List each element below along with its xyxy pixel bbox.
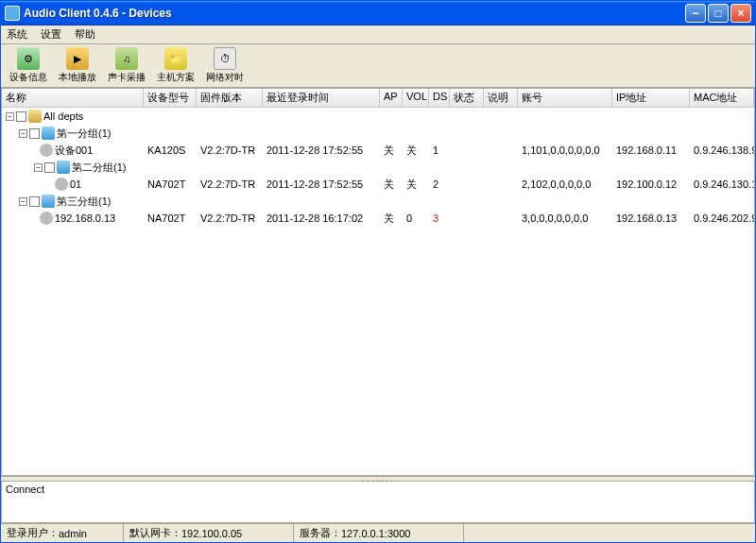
- menu-bar: 系统 设置 帮助: [1, 25, 755, 44]
- toolbar-host-plan[interactable]: 📁 主机方案: [152, 46, 199, 86]
- tree-root-label: All depts: [43, 110, 83, 122]
- checkbox[interactable]: [44, 162, 55, 173]
- table-row[interactable]: 设备001 KA120S V2.2:7D-TR 2011-12-28 17:52…: [2, 142, 754, 159]
- content-area: 名称 设备型号 固件版本 最近登录时间 AP VOL DS 状态 说明 账号 I…: [1, 88, 755, 523]
- status-nic-label: 默认网卡：: [129, 526, 181, 540]
- col-state[interactable]: 状态: [450, 89, 484, 107]
- tree-group-row[interactable]: − 第三分组(1): [2, 193, 754, 210]
- col-desc[interactable]: 说明: [484, 89, 518, 107]
- device-icon: [40, 144, 53, 157]
- local-play-icon: ▶: [66, 47, 89, 70]
- col-ip[interactable]: IP地址: [612, 89, 690, 107]
- toolbar-device-info[interactable]: ⚙ 设备信息: [5, 46, 52, 86]
- col-lastlogin[interactable]: 最近登录时间: [263, 89, 380, 107]
- group-label: 第二分组(1): [72, 161, 126, 175]
- dept-icon: [28, 110, 42, 123]
- window-title: Audio Client 0.4.6 - Devices: [24, 7, 685, 20]
- device-label: 192.168.0.13: [55, 212, 115, 224]
- expander-icon[interactable]: −: [6, 112, 14, 121]
- checkbox[interactable]: [29, 196, 40, 207]
- close-button[interactable]: ×: [730, 4, 751, 23]
- status-server-label: 服务器：: [300, 526, 341, 540]
- tree-group-row[interactable]: − 第一分组(1): [2, 125, 754, 142]
- app-window: Audio Client 0.4.6 - Devices − □ × 系统 设置…: [0, 0, 756, 543]
- menu-system[interactable]: 系统: [7, 27, 27, 42]
- app-icon: [5, 6, 20, 21]
- title-bar: Audio Client 0.4.6 - Devices − □ ×: [1, 1, 755, 25]
- tree-root-row[interactable]: − All depts: [2, 108, 754, 125]
- menu-settings[interactable]: 设置: [41, 27, 61, 42]
- group-icon: [42, 195, 55, 208]
- device-icon: [40, 212, 53, 225]
- device-label: 01: [70, 178, 81, 190]
- group-icon: [42, 127, 55, 140]
- device-label: 设备001: [55, 144, 93, 158]
- col-ds[interactable]: DS: [429, 89, 450, 107]
- expander-icon[interactable]: −: [34, 163, 43, 172]
- table-row[interactable]: 192.168.0.13 NA702T V2.2:7D-TR 2011-12-2…: [2, 210, 754, 227]
- col-mac[interactable]: MAC地址: [690, 89, 754, 107]
- group-label: 第一分组(1): [57, 127, 111, 141]
- network-sync-icon: ⏱: [214, 47, 236, 70]
- col-ap[interactable]: AP: [380, 89, 403, 107]
- maximize-button[interactable]: □: [708, 4, 729, 23]
- col-account[interactable]: 账号: [518, 89, 612, 107]
- col-version[interactable]: 固件版本: [197, 89, 263, 107]
- status-user-label: 登录用户：: [7, 526, 59, 540]
- minimize-button[interactable]: −: [685, 4, 706, 23]
- toolbar-network-sync[interactable]: ⏱ 网络对时: [201, 46, 249, 86]
- status-bar: 登录用户： admin 默认网卡： 192.100.0.05 服务器： 127.…: [1, 523, 755, 542]
- device-info-icon: ⚙: [17, 47, 40, 70]
- checkbox[interactable]: [16, 111, 26, 122]
- status-nic-value: 192.100.0.05: [181, 528, 242, 539]
- tree-group-row[interactable]: − 第二分组(1): [2, 159, 754, 176]
- toolbar: ⚙ 设备信息 ▶ 本地播放 ♫ 声卡采播 📁 主机方案 ⏱ 网络对时: [1, 44, 755, 88]
- status-pad: [464, 524, 755, 542]
- toolbar-soundcard-capture[interactable]: ♫ 声卡采播: [103, 46, 150, 86]
- soundcard-icon: ♫: [115, 47, 138, 70]
- device-grid: 名称 设备型号 固件版本 最近登录时间 AP VOL DS 状态 说明 账号 I…: [1, 88, 755, 476]
- checkbox[interactable]: [29, 128, 40, 139]
- group-label: 第三分组(1): [57, 195, 111, 209]
- col-vol[interactable]: VOL: [403, 89, 429, 107]
- col-model[interactable]: 设备型号: [144, 89, 197, 107]
- expander-icon[interactable]: −: [19, 197, 27, 206]
- toolbar-local-play[interactable]: ▶ 本地播放: [54, 46, 101, 86]
- log-panel[interactable]: Connect: [1, 482, 755, 523]
- menu-help[interactable]: 帮助: [75, 27, 95, 42]
- col-name[interactable]: 名称: [2, 89, 144, 107]
- grid-body[interactable]: − All depts −: [2, 108, 754, 475]
- group-icon: [57, 161, 70, 174]
- grid-header: 名称 设备型号 固件版本 最近登录时间 AP VOL DS 状态 说明 账号 I…: [2, 89, 754, 108]
- device-icon: [55, 178, 68, 191]
- table-row[interactable]: 01 NA702T V2.2:7D-TR 2011-12-28 17:52:55…: [2, 176, 754, 193]
- expander-icon[interactable]: −: [19, 129, 27, 138]
- log-line: Connect: [6, 484, 750, 495]
- status-server-value: 127.0.0.1:3000: [341, 528, 410, 539]
- status-user-value: admin: [59, 528, 87, 539]
- host-plan-icon: 📁: [164, 47, 187, 70]
